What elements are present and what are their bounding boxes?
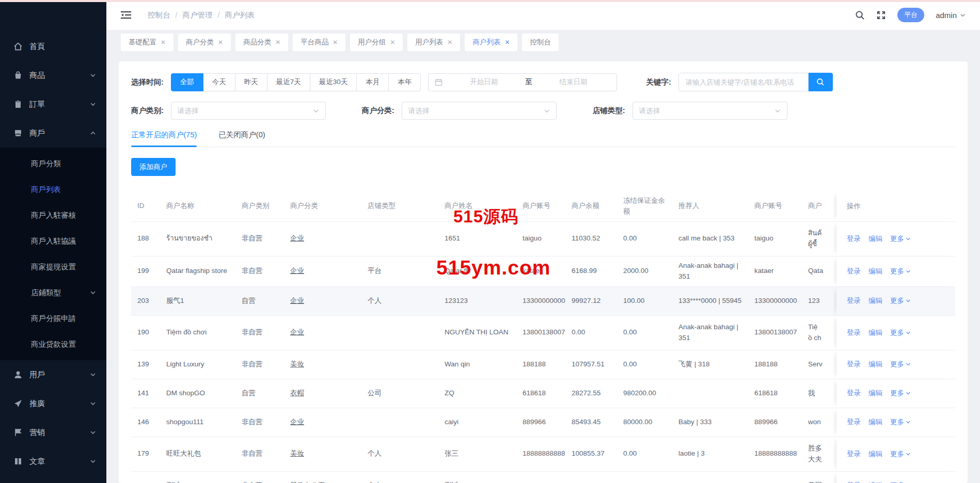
breadcrumb-item[interactable]: 控制台: [148, 10, 170, 20]
merchant-class-link[interactable]: 企业: [290, 267, 304, 275]
action-更多[interactable]: 更多: [890, 449, 911, 459]
merchant-class-link[interactable]: 企业: [290, 328, 304, 336]
close-icon[interactable]: ✕: [275, 39, 280, 46]
time-filter-本年[interactable]: 本年: [388, 73, 421, 91]
add-merchant-button[interactable]: 添加商户: [131, 158, 176, 176]
action-更多[interactable]: 更多: [890, 417, 911, 427]
sidebar-item-訂單[interactable]: 訂單: [0, 90, 106, 119]
sidebar-item-商业贷款设置[interactable]: 商业贷款设置: [0, 331, 106, 357]
action-编辑[interactable]: 编辑: [868, 389, 882, 398]
window-tab-控制台[interactable]: 控制台: [522, 34, 559, 51]
action-登录[interactable]: 登录: [847, 389, 861, 398]
time-filter-本月[interactable]: 本月: [356, 73, 389, 91]
window-tab-平台商品[interactable]: 平台商品✕: [293, 34, 345, 51]
action-编辑[interactable]: 编辑: [868, 234, 882, 244]
window-tab-商户列表[interactable]: 商户列表✕: [465, 34, 517, 51]
merchant-class-link[interactable]: 企业: [290, 234, 304, 242]
action-登录[interactable]: 登录: [847, 296, 861, 305]
merchant-tab-正常开启的商户(75)[interactable]: 正常开启的商户(75): [131, 130, 197, 147]
action-登录[interactable]: 登录: [847, 267, 861, 276]
select-商户分类:[interactable]: 请选择: [402, 102, 557, 120]
merchant-tab-已关闭商户(0)[interactable]: 已关闭商户(0): [218, 130, 265, 147]
sidebar-item-商戶分賬申請[interactable]: 商戶分賬申請: [0, 305, 106, 331]
action-登录[interactable]: 登录: [847, 360, 861, 369]
merchant-class-link[interactable]: 衣帽: [290, 389, 304, 397]
sidebar-item-首頁[interactable]: 首頁: [0, 32, 106, 61]
close-icon[interactable]: ✕: [504, 39, 510, 46]
platform-badge[interactable]: 平台: [897, 8, 924, 22]
window-tab-商品分类[interactable]: 商品分类✕: [235, 34, 288, 51]
start-date-placeholder[interactable]: 开始日期: [447, 77, 521, 87]
action-编辑[interactable]: 编辑: [868, 417, 882, 427]
search-icon[interactable]: [855, 10, 865, 20]
action-登录[interactable]: 登录: [847, 328, 861, 337]
action-更多[interactable]: 更多: [890, 360, 911, 369]
action-编辑[interactable]: 编辑: [868, 481, 882, 483]
merchant-class-link[interactable]: 美妆: [290, 449, 304, 457]
window-tab-label: 商户分类: [186, 38, 214, 47]
action-编辑[interactable]: 编辑: [868, 296, 882, 305]
sidebar-item-用戶[interactable]: 用戶: [0, 360, 106, 389]
cell-store: [362, 360, 439, 368]
window-tab-label: 控制台: [530, 38, 551, 47]
merchant-class-link[interactable]: 企业: [290, 418, 304, 426]
action-更多[interactable]: 更多: [890, 481, 911, 483]
action-编辑[interactable]: 编辑: [868, 449, 882, 459]
user-menu[interactable]: admin: [936, 11, 966, 20]
action-编辑[interactable]: 编辑: [868, 267, 882, 276]
cell-cls: 美妆: [285, 444, 362, 463]
merchant-class-link[interactable]: 企业: [290, 297, 304, 304]
breadcrumb-item[interactable]: 商户列表: [225, 10, 255, 20]
breadcrumb-item[interactable]: 商户管理: [183, 10, 213, 20]
sidebar-item-推廣[interactable]: 推廣: [0, 389, 106, 418]
collapse-menu-icon[interactable]: [121, 11, 131, 19]
sidebar-item-商戶列表[interactable]: 商戶列表: [0, 176, 106, 202]
merchant-class-link[interactable]: 美妆: [290, 360, 304, 368]
keyword-search-button[interactable]: [809, 73, 833, 91]
window-tab-商户分类[interactable]: 商户分类✕: [178, 34, 231, 51]
action-登录[interactable]: 登录: [847, 417, 861, 427]
time-filter-最近7天[interactable]: 最近7天: [267, 73, 310, 91]
cell-id: 179: [131, 444, 161, 463]
time-filter-今天[interactable]: 今天: [203, 73, 235, 91]
close-icon[interactable]: ✕: [161, 39, 166, 46]
action-登录[interactable]: 登录: [847, 481, 861, 483]
close-icon[interactable]: ✕: [390, 39, 395, 46]
sidebar-item-商戶入駐協議[interactable]: 商戶入駐協議: [0, 228, 106, 254]
close-icon[interactable]: ✕: [447, 39, 452, 46]
sidebar-item-商戶[interactable]: 商戶: [0, 119, 106, 148]
action-登录[interactable]: 登录: [847, 449, 861, 459]
fullscreen-icon[interactable]: [876, 10, 886, 20]
action-更多[interactable]: 更多: [890, 328, 911, 337]
action-更多[interactable]: 更多: [890, 234, 911, 244]
time-filter-全部[interactable]: 全部: [171, 73, 203, 91]
select-店铺类型:[interactable]: 请选择: [633, 102, 787, 120]
cell-name: Light Luxury: [161, 355, 236, 374]
sidebar-item-文章[interactable]: 文章: [0, 447, 106, 476]
cell-extra-line: สินค้: [808, 228, 831, 239]
action-更多[interactable]: 更多: [890, 296, 911, 305]
sidebar-item-商戶分類[interactable]: 商戶分類: [0, 151, 106, 176]
action-更多[interactable]: 更多: [890, 389, 911, 398]
select-商户类别:[interactable]: 请选择: [171, 102, 326, 120]
window-tab-用户列表[interactable]: 用户列表✕: [407, 34, 460, 51]
date-range-picker[interactable]: 开始日期 至 结束日期: [428, 73, 617, 91]
cell-account: 188188: [517, 355, 566, 374]
action-编辑[interactable]: 编辑: [868, 360, 882, 369]
close-icon[interactable]: ✕: [333, 39, 338, 46]
action-编辑[interactable]: 编辑: [868, 328, 882, 337]
sidebar-item-店鋪類型[interactable]: 店鋪類型: [0, 280, 106, 305]
window-tab-用户分组[interactable]: 用户分组✕: [350, 34, 403, 51]
action-更多[interactable]: 更多: [890, 267, 911, 276]
window-tab-基礎配置[interactable]: 基礎配置✕: [121, 34, 173, 51]
keyword-input[interactable]: [678, 73, 809, 91]
action-登录[interactable]: 登录: [847, 234, 861, 244]
sidebar-item-商品[interactable]: 商品: [0, 61, 106, 90]
time-filter-昨天[interactable]: 昨天: [235, 73, 267, 91]
sidebar-item-商戶入駐審核[interactable]: 商戶入駐審核: [0, 202, 106, 228]
close-icon[interactable]: ✕: [218, 39, 223, 46]
time-filter-最近30天[interactable]: 最近30天: [310, 73, 357, 91]
sidebar-item-营销[interactable]: 营销: [0, 418, 106, 447]
sidebar-item-商家提现设置[interactable]: 商家提现设置: [0, 254, 106, 280]
end-date-placeholder[interactable]: 结束日期: [536, 77, 611, 87]
